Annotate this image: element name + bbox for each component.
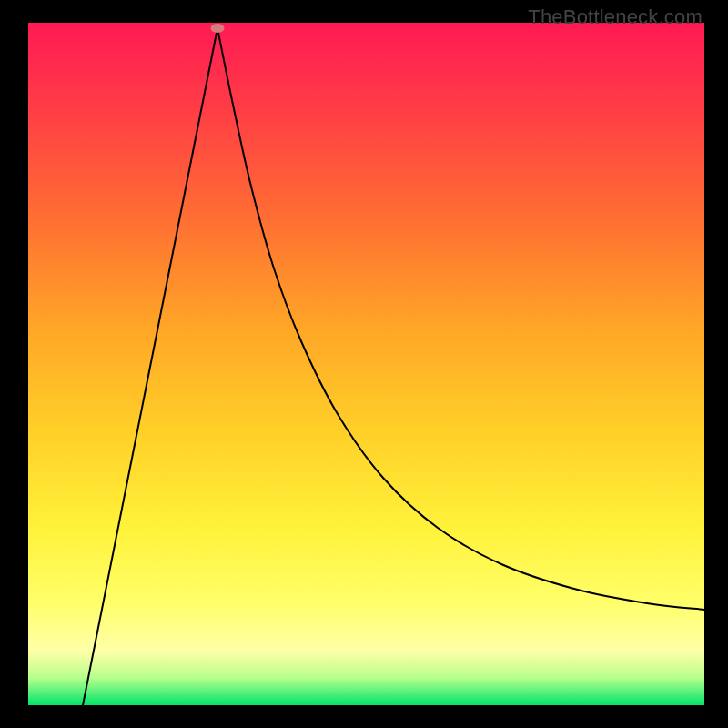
curve-path [83,28,704,705]
minimum-marker [211,24,225,33]
chart-frame: TheBottleneck.com [0,0,728,728]
bottleneck-curve [28,23,704,705]
watermark-text: TheBottleneck.com [528,5,703,29]
plot-area [28,23,704,705]
